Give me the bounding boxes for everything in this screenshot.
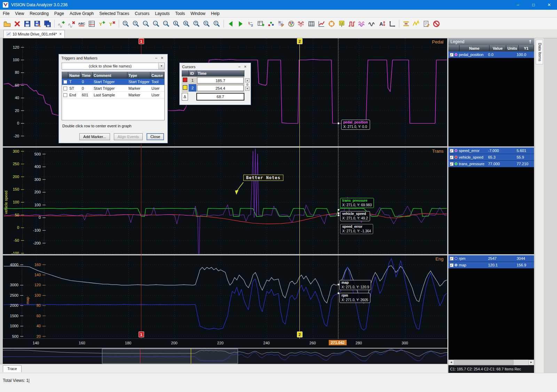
zoom-out-y-button[interactable]: - <box>151 19 161 29</box>
zoom-in-y-button[interactable]: + <box>131 19 141 29</box>
events-table[interactable]: Name Time Comment Type Cause T 0 Start T… <box>62 72 165 120</box>
menu-cursors[interactable]: Cursors <box>132 10 152 17</box>
step-display-button[interactable] <box>347 19 356 29</box>
sine-display-button[interactable] <box>357 19 367 29</box>
add-marker-button[interactable]: Add Marker... <box>79 133 110 140</box>
overlay-traces-button[interactable] <box>297 19 306 29</box>
menu-tools[interactable]: Tools <box>172 10 188 17</box>
page-setup-button[interactable] <box>87 19 96 29</box>
maximize-button[interactable]: □ <box>526 0 541 10</box>
spin-up-icon[interactable]: ▲ <box>245 78 250 82</box>
event-row-st[interactable]: ST 0 Start Trigger Marker User <box>62 85 164 92</box>
legend-column-headers[interactable]: Name Value Units Y1 <box>448 45 534 51</box>
dialog-titlebar[interactable]: Triggers and Markers − × <box>59 54 167 62</box>
scroll-right-icon[interactable]: ► <box>528 360 534 365</box>
zoom-box-button[interactable]: □ <box>162 19 171 29</box>
tab-trace[interactable]: Trace <box>3 365 22 372</box>
legend-row-speed-error[interactable]: ✓ speed_error -7.000 5.601 <box>448 147 534 154</box>
event-checkbox[interactable] <box>63 80 67 84</box>
add-strip-chart-button[interactable] <box>57 19 66 29</box>
zoom-query-button[interactable]: ? <box>192 19 201 29</box>
menu-active-graph[interactable]: Active Graph <box>67 10 96 17</box>
strip-chart-eng[interactable]: 4000300025002000150010005001601401201008… <box>3 255 447 339</box>
text-annotation-button[interactable]: ABC <box>77 19 86 29</box>
zoom-in-button[interactable]: + <box>121 19 131 29</box>
menu-help[interactable]: Help <box>208 10 222 17</box>
overview-strip[interactable] <box>3 348 447 364</box>
data-grid-button[interactable] <box>307 19 316 29</box>
menu-recording[interactable]: Recording <box>27 10 52 17</box>
menu-layouts[interactable]: Layouts <box>152 10 172 17</box>
remove-strip-chart-button[interactable] <box>67 19 76 29</box>
file-names-dropdown[interactable]: (click to show file names) ▼ <box>62 63 165 70</box>
legend-row-trans-pressure[interactable]: ✓ trans_pressure 77.000 77.210 <box>448 161 534 167</box>
zoom-out-button[interactable]: - <box>141 19 151 29</box>
event-row-t[interactable]: T 0 Start Trigger Start Trigger Tool <box>62 79 164 85</box>
disable-tool-button[interactable] <box>432 19 441 29</box>
document-tab[interactable]: 10 Minute Drive_001.mf4* × <box>3 30 65 38</box>
legend-row-rpm[interactable]: ✓ rpm 2547 3044 <box>448 255 534 262</box>
dialog-minimize-icon[interactable]: − <box>153 56 159 61</box>
menu-page[interactable]: Page <box>52 10 67 17</box>
align-events-button[interactable]: Align Events <box>114 133 143 140</box>
spin-down-icon[interactable]: ▼ <box>245 87 250 91</box>
visibility-checkbox[interactable]: ✓ <box>450 149 454 153</box>
insert-table-button[interactable] <box>256 19 266 29</box>
scrollbar-thumb[interactable] <box>454 360 513 365</box>
axis-font-button[interactable]: A <box>377 19 387 29</box>
compare-1-2-button[interactable]: 12 <box>246 19 256 29</box>
cursor-1-time[interactable]: 185.7 <box>197 77 244 83</box>
legend-titlebar[interactable]: Legend <box>448 38 534 45</box>
dialog-titlebar[interactable]: Cursors − × <box>180 63 251 70</box>
col-name[interactable]: Name <box>460 45 489 51</box>
color-palette-button[interactable] <box>287 19 296 29</box>
dialog-minimize-icon[interactable]: − <box>236 64 242 69</box>
save-all-button[interactable] <box>43 19 52 29</box>
pin-icon[interactable] <box>528 40 532 44</box>
menu-selected-traces[interactable]: Selected Traces <box>96 10 132 17</box>
zoom-all-button[interactable]: o <box>182 19 191 29</box>
menu-window[interactable]: Window <box>188 10 208 17</box>
col-value[interactable]: Value <box>489 45 506 51</box>
cursor-row-1[interactable]: 1 185.7 <box>182 77 244 84</box>
xy-scatter-button[interactable] <box>266 19 276 29</box>
pattern-edit-button[interactable] <box>276 19 286 29</box>
strip-chart-trans[interactable]: 300250200150100500-50-100vehicle speed50… <box>3 147 447 254</box>
prev-event-button[interactable] <box>226 19 235 29</box>
open-file-button[interactable] <box>2 19 12 29</box>
minimize-button[interactable]: – <box>510 0 526 10</box>
zoom-time-button[interactable]: t <box>212 19 221 29</box>
visibility-checkbox[interactable]: ✓ <box>450 53 454 57</box>
visibility-checkbox[interactable]: ✓ <box>450 257 454 261</box>
crosshair-button[interactable] <box>327 19 336 29</box>
zoom-back-button[interactable]: < <box>202 19 211 29</box>
close-button[interactable]: ✕ <box>541 0 557 10</box>
event-row-end[interactable]: End 601 Last Sample Marker User <box>62 92 164 98</box>
col-y1[interactable]: Y1 <box>519 45 534 51</box>
col-units[interactable]: Units <box>506 45 519 51</box>
dialog-close-icon[interactable]: × <box>242 64 248 69</box>
tab-data-items[interactable]: Data Items <box>536 40 543 64</box>
event-checkbox[interactable] <box>63 93 67 97</box>
close-file-button[interactable] <box>13 19 22 29</box>
dialog-close-icon[interactable]: × <box>159 56 165 61</box>
next-event-button[interactable] <box>236 19 245 29</box>
filter-wave-button[interactable] <box>367 19 377 29</box>
cursor-row-2[interactable]: 2 254.4 <box>182 84 244 92</box>
menu-view[interactable]: View <box>12 10 27 17</box>
menu-file[interactable]: File <box>0 10 12 17</box>
cursor-2-time[interactable]: 254.4 <box>197 85 244 91</box>
visibility-checkbox[interactable]: ✓ <box>450 263 454 267</box>
save-button[interactable] <box>23 19 32 29</box>
legend-row-pedal-position[interactable]: ✓ pedal_position 0.0 100.0 <box>448 51 534 58</box>
save-as-button[interactable] <box>33 19 42 29</box>
axis-setup-button[interactable] <box>387 19 397 29</box>
align-markers-button[interactable] <box>401 19 411 29</box>
close-tab-icon[interactable]: × <box>59 32 62 37</box>
close-dialog-button[interactable]: Close <box>147 133 164 140</box>
legend-row-vehicle-speed[interactable]: ✓ vehicle_speed 65.3 55.9 <box>448 154 534 161</box>
trend-line-button[interactable] <box>317 19 326 29</box>
scroll-left-icon[interactable]: ◄ <box>448 360 454 365</box>
edit-notes-button[interactable] <box>422 19 431 29</box>
legend-horizontal-scrollbar[interactable]: ◄ ► <box>448 360 534 365</box>
